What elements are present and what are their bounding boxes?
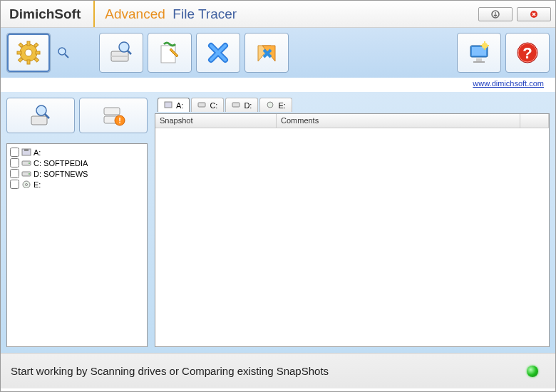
monitor-icon: [466, 40, 492, 66]
subtitle-highlight: Advanced: [105, 6, 165, 21]
drive-label: E:: [34, 180, 41, 189]
app-subtitle: Advanced File Tracer: [95, 6, 237, 22]
col-comments[interactable]: Comments: [277, 114, 520, 128]
svg-rect-22: [473, 61, 485, 63]
tab-drive-c[interactable]: C:: [191, 98, 224, 112]
right-panel: A: C: D: E: Snapshot Comments: [155, 98, 550, 347]
svg-rect-15: [111, 56, 128, 57]
svg-text:?: ?: [522, 44, 532, 62]
svg-point-28: [36, 105, 46, 115]
zoom-icon[interactable]: [55, 44, 72, 61]
svg-point-23: [482, 43, 488, 48]
svg-point-41: [26, 184, 28, 186]
edit-icon: [157, 40, 182, 66]
drive-tabs: A: C: D: E:: [155, 98, 550, 113]
help-icon: ?: [515, 40, 540, 66]
close-button[interactable]: [517, 7, 551, 21]
minimize-button[interactable]: [478, 7, 513, 21]
drive-alert-icon: !: [101, 103, 125, 128]
svg-rect-42: [165, 102, 172, 108]
svg-rect-30: [104, 108, 120, 115]
scan-drives-button[interactable]: [99, 33, 143, 73]
brand: DimichSoft: [1, 1, 95, 27]
monitor-button[interactable]: [457, 33, 501, 73]
svg-rect-7: [36, 51, 40, 54]
status-bar: Start working by Scanning drives or Comp…: [1, 353, 555, 388]
svg-rect-4: [27, 41, 30, 46]
svg-rect-18: [161, 46, 175, 63]
hdd-icon: [21, 170, 31, 177]
snapshot-table: Snapshot Comments: [155, 113, 550, 347]
svg-point-2: [20, 44, 37, 61]
drive-alert-button[interactable]: !: [79, 98, 148, 133]
hdd-icon: [197, 101, 207, 109]
magnify-drive-icon: [29, 103, 53, 128]
status-text: Start working by Scanning drives or Comp…: [11, 365, 527, 377]
tab-drive-a[interactable]: A:: [158, 98, 190, 112]
compare-icon: [254, 40, 279, 66]
svg-text:!: !: [118, 116, 121, 125]
svg-rect-5: [27, 60, 30, 64]
drive-checklist: A: C: SOFTPEDIA D: SOFTNEWS E:: [6, 143, 148, 347]
table-body: [155, 128, 549, 346]
floppy-icon: [164, 101, 174, 109]
drive-item[interactable]: D: SOFTNEWS: [10, 168, 144, 179]
gear-icon: [16, 40, 41, 66]
drive-checkbox[interactable]: [10, 180, 19, 189]
svg-rect-43: [198, 103, 205, 107]
delete-button[interactable]: [196, 33, 240, 73]
left-panel: ! A: C: SOFTPEDIA D: SOFTNEWS: [6, 98, 148, 347]
drive-checkbox[interactable]: [10, 169, 19, 178]
settings-button[interactable]: [6, 33, 51, 73]
website-link[interactable]: www.dimichsoft.com: [473, 79, 544, 88]
svg-point-3: [25, 49, 32, 56]
drive-checkbox[interactable]: [10, 148, 19, 157]
compare-button[interactable]: [244, 33, 289, 73]
svg-line-13: [65, 54, 68, 58]
svg-rect-44: [232, 103, 240, 107]
drive-item[interactable]: A:: [10, 147, 144, 158]
svg-point-16: [119, 42, 129, 52]
svg-point-12: [58, 48, 66, 55]
col-spacer: [520, 114, 549, 128]
scan-drive-icon: [108, 40, 134, 66]
tab-drive-e[interactable]: E:: [259, 98, 292, 112]
header-bar: DimichSoft Advanced File Tracer: [1, 1, 555, 28]
svg-rect-27: [31, 116, 47, 125]
svg-point-37: [29, 163, 30, 164]
drive-label: C: SOFTPEDIA: [34, 159, 88, 167]
scan-button[interactable]: [6, 98, 75, 133]
drive-item[interactable]: E:: [10, 179, 144, 190]
hdd-icon: [21, 159, 31, 167]
svg-rect-8: [19, 43, 23, 47]
drive-label: A:: [34, 148, 41, 157]
floppy-icon: [21, 148, 31, 156]
cd-icon: [266, 101, 276, 109]
hdd-icon: [232, 101, 242, 109]
main-toolbar: ?: [1, 28, 555, 78]
svg-rect-6: [17, 51, 21, 54]
drive-item[interactable]: C: SOFTPEDIA: [10, 158, 144, 168]
col-snapshot[interactable]: Snapshot: [155, 114, 277, 128]
delete-icon: [205, 40, 231, 66]
svg-rect-11: [18, 58, 22, 62]
svg-rect-21: [476, 58, 482, 61]
svg-point-45: [267, 102, 273, 108]
link-bar: www.dimichsoft.com: [1, 78, 555, 92]
help-button[interactable]: ?: [505, 33, 550, 73]
status-led-icon: [527, 366, 538, 377]
tab-drive-d[interactable]: D:: [225, 98, 258, 112]
svg-point-39: [29, 173, 30, 175]
cd-icon: [21, 180, 31, 188]
svg-rect-10: [34, 43, 38, 47]
drive-checkbox[interactable]: [10, 158, 19, 167]
table-header: Snapshot Comments: [155, 114, 549, 128]
svg-rect-9: [34, 58, 38, 62]
workspace: ! A: C: SOFTPEDIA D: SOFTNEWS: [1, 92, 555, 353]
drive-label: D: SOFTNEWS: [34, 170, 88, 178]
svg-rect-35: [24, 149, 29, 151]
edit-button[interactable]: [148, 33, 192, 73]
